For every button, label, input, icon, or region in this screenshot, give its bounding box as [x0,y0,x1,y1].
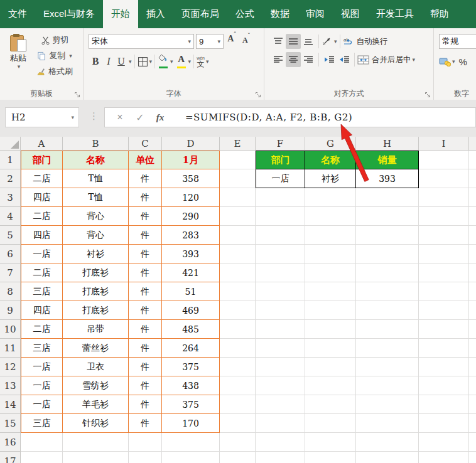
tab-view[interactable]: 视图 [333,0,368,28]
cell-G8[interactable] [305,282,356,301]
cell-D4[interactable]: 290 [162,207,220,226]
row-header-7[interactable]: 7 [0,263,21,282]
cell-G10[interactable] [305,320,356,339]
column-header-partial[interactable] [469,137,476,151]
cell-J4[interactable] [469,207,476,226]
cell-B4[interactable]: 背心 [63,207,129,226]
tab-page-layout[interactable]: 页面布局 [173,0,227,28]
cell-I12[interactable] [419,358,469,376]
cell-B6[interactable]: 衬衫 [63,245,129,263]
cell-H16[interactable] [356,433,419,452]
borders-button[interactable]: ▾ [138,54,153,69]
cell-B12[interactable]: 卫衣 [63,358,129,376]
cell-J15[interactable] [469,414,476,433]
cell-C4[interactable]: 件 [129,207,162,226]
cell-C7[interactable]: 件 [129,263,162,282]
cell-J5[interactable] [469,226,476,245]
cell-I2[interactable] [419,169,469,188]
cell-I5[interactable] [419,226,469,245]
cell-F11[interactable] [256,339,305,358]
cell-E17[interactable] [220,452,256,463]
cell-A4[interactable]: 二店 [21,207,63,226]
cell-D15[interactable]: 170 [162,414,220,433]
cell-J13[interactable] [469,376,476,395]
cancel-icon[interactable]: × [110,112,130,123]
font-dialog-launcher-icon[interactable] [254,91,262,98]
cell-J11[interactable] [469,339,476,358]
cell-C1[interactable]: 单位 [129,151,162,169]
cell-G2[interactable]: 衬衫 [305,169,356,188]
cell-G14[interactable] [305,395,356,414]
italic-button[interactable]: I [102,54,115,69]
cell-D9[interactable]: 469 [162,301,220,320]
row-header-5[interactable]: 5 [0,226,21,245]
cell-D5[interactable]: 283 [162,226,220,245]
cell-H7[interactable] [356,263,419,282]
cell-J9[interactable] [469,301,476,320]
cell-C2[interactable]: 件 [129,169,162,188]
cell-J8[interactable] [469,282,476,301]
cell-H17[interactable] [356,452,419,463]
cell-G6[interactable] [305,245,356,263]
grow-font-button[interactable]: A ˆ [225,34,238,49]
column-header-F[interactable]: F [256,137,305,151]
cell-E13[interactable] [220,376,256,395]
row-header-11[interactable]: 11 [0,339,21,358]
cell-F4[interactable] [256,207,305,226]
row-header-3[interactable]: 3 [0,188,21,207]
clipboard-dialog-launcher-icon[interactable] [73,91,81,98]
decrease-indent-button[interactable] [322,52,337,67]
cell-C8[interactable]: 件 [129,282,162,301]
cell-I3[interactable] [419,188,469,207]
cell-B1[interactable]: 名称 [63,151,129,169]
percent-style-button[interactable]: % [459,54,467,69]
cell-I6[interactable] [419,245,469,263]
cell-B17[interactable] [63,452,129,463]
cell-F14[interactable] [256,395,305,414]
cell-B16[interactable] [63,433,129,452]
cell-I8[interactable] [419,282,469,301]
cell-F1[interactable]: 部门 [256,151,305,169]
cell-B11[interactable]: 蕾丝衫 [63,339,129,358]
column-header-H[interactable]: H [356,137,419,151]
cell-E14[interactable] [220,395,256,414]
increase-indent-button[interactable] [337,52,352,67]
cell-H6[interactable] [356,245,419,263]
cell-H10[interactable] [356,320,419,339]
number-format-select[interactable]: 常规 [439,34,476,49]
row-header-10[interactable]: 10 [0,320,21,339]
cell-J17[interactable] [469,452,476,463]
cell-G17[interactable] [305,452,356,463]
cell-B8[interactable]: 打底衫 [63,282,129,301]
column-header-G[interactable]: G [305,137,356,151]
cell-E8[interactable] [220,282,256,301]
cell-I10[interactable] [419,320,469,339]
alignment-dialog-launcher-icon[interactable] [424,91,431,98]
cell-H8[interactable] [356,282,419,301]
formula-bar[interactable]: × ✓ fx =SUMIFS(D:D, A:A, F2, B:B, G2) [104,107,476,127]
cell-E7[interactable] [220,263,256,282]
cell-A15[interactable]: 三店 [21,414,63,433]
cell-I13[interactable] [419,376,469,395]
tab-help[interactable]: 帮助 [422,0,457,28]
bold-button[interactable]: B [89,54,102,69]
tab-review[interactable]: 审阅 [298,0,333,28]
cell-H11[interactable] [356,339,419,358]
cell-F2[interactable]: 一店 [256,169,305,188]
cell-A1[interactable]: 部门 [21,151,63,169]
cell-A2[interactable]: 二店 [21,169,63,188]
cell-E6[interactable] [220,245,256,263]
cell-G4[interactable] [305,207,356,226]
cell-E11[interactable] [220,339,256,358]
tab-formulas[interactable]: 公式 [227,0,262,28]
cut-button[interactable]: 剪切 [36,35,73,46]
cell-B9[interactable]: 打底衫 [63,301,129,320]
row-header-14[interactable]: 14 [0,395,21,414]
cell-H13[interactable] [356,376,419,395]
align-left-button[interactable] [271,52,286,67]
cell-D3[interactable]: 120 [162,188,220,207]
cell-D2[interactable]: 358 [162,169,220,188]
tab-developer[interactable]: 开发工具 [368,0,422,28]
cell-J12[interactable] [469,358,476,376]
font-name-select[interactable]: 宋体 ▾ [89,34,194,49]
